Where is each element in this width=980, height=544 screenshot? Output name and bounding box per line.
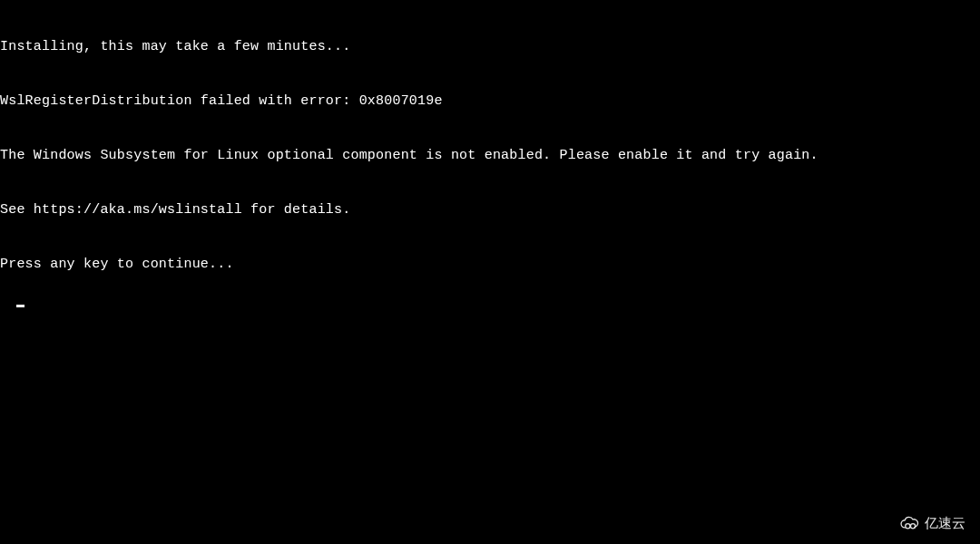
- svg-point-0: [906, 524, 910, 529]
- terminal-line: WslRegisterDistribution failed with erro…: [0, 92, 980, 111]
- terminal-output[interactable]: Installing, this may take a few minutes.…: [0, 0, 980, 314]
- cursor: [16, 305, 24, 307]
- terminal-line: Press any key to continue...: [0, 256, 980, 274]
- terminal-line: Installing, this may take a few minutes.…: [0, 38, 980, 56]
- svg-point-1: [910, 524, 915, 529]
- cloud-icon: [897, 513, 921, 533]
- terminal-line: See https://aka.ms/wslinstall for detail…: [0, 201, 980, 219]
- watermark: 亿速云: [892, 510, 971, 537]
- watermark-text: 亿速云: [925, 514, 965, 532]
- terminal-line: The Windows Subsystem for Linux optional…: [0, 147, 980, 165]
